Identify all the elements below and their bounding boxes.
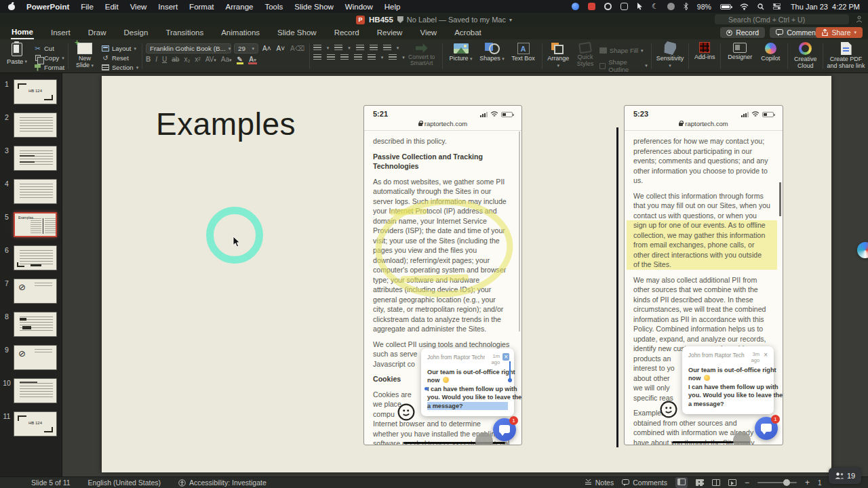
tab-transitions[interactable]: Transitions — [165, 28, 204, 39]
participants-chip[interactable]: 19 — [829, 468, 861, 484]
slide-thumbnail-3[interactable]: 3 — [0, 146, 62, 171]
slide[interactable]: Examples 5:21 raptortech.com described i… — [102, 76, 831, 472]
change-case-button[interactable]: Aa▾ — [221, 56, 232, 63]
zoom-slider-knob[interactable] — [783, 479, 790, 486]
accessibility-button[interactable]: Accessibility: Investigate — [178, 479, 267, 487]
subscript-button[interactable]: x₂ — [184, 56, 190, 63]
presence-icon[interactable] — [856, 16, 863, 22]
underline-button[interactable]: U — [162, 56, 167, 63]
slide-thumbnail-6[interactable]: 6 — [0, 245, 62, 270]
tab-draw[interactable]: Draw — [87, 28, 107, 39]
tab-animations[interactable]: Animations — [220, 28, 260, 39]
shape-outline-button[interactable]: Shape Outline▾ — [599, 58, 648, 73]
slide-thumbnail-9[interactable]: 9⊘ — [0, 345, 62, 370]
increase-font-button[interactable]: A˄ — [261, 45, 273, 52]
line-spacing-button[interactable] — [383, 45, 391, 51]
zoom-out-button[interactable]: − — [745, 478, 749, 487]
indent-decrease-button[interactable] — [356, 45, 364, 51]
indent-increase-button[interactable] — [370, 45, 378, 51]
menu-file[interactable]: File — [81, 3, 94, 11]
app-status-icon[interactable] — [667, 3, 675, 10]
text-direction-button[interactable] — [368, 54, 376, 60]
layout-button[interactable]: Layout▾ — [102, 44, 138, 53]
tab-insert[interactable]: Insert — [50, 28, 71, 39]
language-button[interactable]: English (United States) — [88, 479, 161, 487]
focus-moon-icon[interactable]: ☾ — [652, 2, 658, 11]
record-button[interactable]: Record — [720, 27, 765, 38]
wifi-icon[interactable] — [740, 3, 749, 10]
numbering-button[interactable] — [334, 45, 342, 51]
search-input[interactable] — [715, 14, 849, 24]
italic-button[interactable]: I — [155, 56, 157, 63]
quick-styles-button[interactable]: Quick Styles — [572, 43, 598, 67]
section-button[interactable]: Section▾ — [102, 63, 138, 72]
slide-sorter-view-button[interactable] — [696, 479, 704, 486]
reset-button[interactable]: ↺Reset — [102, 54, 138, 62]
align-center-button[interactable] — [327, 54, 335, 60]
normal-view-button[interactable] — [675, 477, 688, 488]
bullets-button[interactable] — [313, 45, 321, 51]
app-status-icon[interactable] — [604, 3, 612, 10]
slide-thumbnail-5[interactable]: 5Examples — [0, 212, 62, 237]
shapes-button[interactable]: Shapes ▾ — [477, 43, 507, 62]
decrease-font-button[interactable]: A˅ — [275, 45, 287, 52]
slide-thumbnail-2[interactable]: 2 — [0, 113, 62, 138]
battery-icon[interactable] — [720, 4, 731, 9]
format-painter-button[interactable]: Format — [34, 63, 64, 72]
tab-review[interactable]: Review — [376, 28, 403, 39]
shape-fill-button[interactable]: Shape Fill▾ — [599, 47, 648, 54]
screen-share-cursor-icon[interactable] — [637, 3, 643, 10]
zoom-in-button[interactable]: + — [805, 478, 810, 487]
slide-thumbnail-8[interactable]: 8 — [0, 312, 62, 337]
slide-thumbnail-1[interactable]: 1HB 124 — [0, 79, 62, 104]
clear-formatting-button[interactable]: A⌫ — [289, 45, 306, 52]
menu-slide-show[interactable]: Slide Show — [294, 3, 334, 11]
zoom-slider[interactable] — [757, 482, 797, 483]
slide-title[interactable]: Examples — [156, 106, 296, 142]
menu-view[interactable]: View — [130, 3, 147, 11]
add-ins-button[interactable]: Add-ins — [692, 42, 717, 70]
menu-edit[interactable]: Edit — [105, 3, 119, 11]
menu-powerpoint[interactable]: PowerPoint — [26, 3, 69, 11]
tab-design[interactable]: Design — [123, 28, 149, 39]
bluetooth-icon[interactable] — [684, 3, 688, 10]
tab-record[interactable]: Record — [334, 28, 360, 39]
strikethrough-button[interactable]: ab — [172, 56, 179, 63]
font-color-button[interactable]: A▾ — [248, 56, 257, 63]
copy-button[interactable]: Copy▾ — [34, 54, 64, 62]
apple-menu-icon[interactable] — [8, 3, 15, 10]
align-text-button[interactable] — [389, 54, 397, 60]
app-status-icon[interactable] — [620, 3, 628, 10]
notes-button[interactable]: Notes — [585, 479, 614, 487]
menu-arrange[interactable]: Arrange — [226, 3, 254, 11]
character-spacing-button[interactable]: AV▾ — [205, 56, 216, 63]
create-pdf-button[interactable]: Create PDF and share link — [827, 42, 865, 70]
slide-thumbnail-4[interactable]: 4 — [0, 179, 62, 204]
new-slide-button[interactable]: New Slide ▾ — [72, 43, 98, 68]
highlight-color-button[interactable]: ✎ — [237, 56, 243, 63]
align-right-button[interactable] — [340, 54, 349, 60]
copilot-button[interactable]: Copilot — [757, 43, 784, 62]
slideshow-button[interactable] — [728, 479, 736, 486]
creative-cloud-button[interactable]: Creative Cloud — [791, 42, 819, 70]
cut-button[interactable]: ✂Cut — [34, 44, 64, 53]
font-name-select[interactable]: Franklin Gothic Book (B...▾ — [146, 43, 231, 54]
designer-button[interactable]: Designer — [724, 43, 755, 61]
comments-button[interactable]: Comments — [622, 479, 667, 487]
phone-screenshot-left[interactable]: 5:21 raptortech.com described in this po… — [363, 105, 522, 445]
menu-format[interactable]: Format — [189, 3, 214, 11]
phone-screenshot-right[interactable]: 5:23 raptortech.com preferences for how … — [624, 105, 783, 445]
menu-help[interactable]: Help — [384, 3, 401, 11]
menu-window[interactable]: Window — [345, 3, 373, 11]
menubar-clock[interactable]: Thu Jan 23 4:22 PM — [791, 3, 860, 11]
slide-thumbnail-11[interactable]: 11HB 124 — [0, 411, 62, 436]
font-size-select[interactable]: 29▾ — [234, 43, 258, 54]
slide-divider-line[interactable] — [616, 127, 618, 447]
convert-smartart-button[interactable]: Convert to SmartArt — [405, 42, 439, 70]
superscript-button[interactable]: x² — [195, 56, 200, 63]
tab-view[interactable]: View — [419, 28, 437, 39]
picture-button[interactable]: Picture ▾ — [446, 43, 476, 62]
slide-thumbnail-7[interactable]: 7⊘ — [0, 279, 62, 304]
justify-button[interactable] — [354, 54, 362, 60]
teal-ring-annotation[interactable] — [206, 207, 263, 264]
